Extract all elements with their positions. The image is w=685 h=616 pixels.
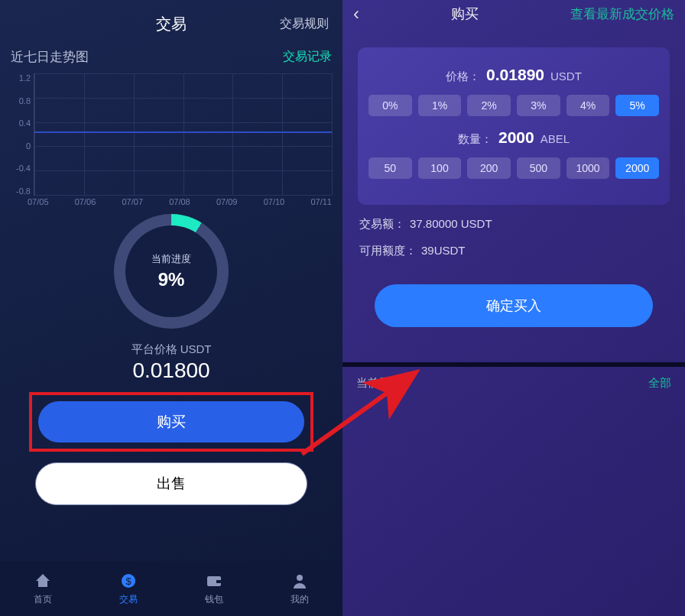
price-value: 0.01890	[486, 66, 544, 84]
qty-200[interactable]: 200	[467, 157, 511, 179]
pct-1[interactable]: 1%	[418, 95, 462, 116]
sell-button[interactable]: 出售	[35, 462, 307, 505]
orders-all-link[interactable]: 全部	[648, 376, 671, 391]
header: ‹ 购买 查看最新成交价格	[342, 0, 685, 31]
back-icon[interactable]: ‹	[353, 3, 359, 24]
nav-wallet[interactable]: 钱包	[204, 571, 224, 606]
progress-donut: 当前进度 9%	[114, 214, 229, 329]
progress-value: 9%	[151, 269, 191, 290]
trend-chart: 1.2 0.8 0.4 0 -0.4 -0.8 07/05 07/06	[11, 73, 332, 203]
price-unit: USDT	[550, 70, 582, 83]
orders-title: 当前委托	[356, 376, 402, 391]
orders-header: 当前委托 全部	[342, 367, 685, 400]
pct-2[interactable]: 2%	[467, 95, 511, 116]
qty-label: 数量：	[458, 132, 492, 147]
bottom-nav: 首页 $ 交易 钱包 我的	[0, 561, 342, 616]
price-row: 价格： 0.01890 USDT	[368, 66, 659, 84]
page-title: 购买	[451, 5, 479, 23]
chart-title: 近七日走势图	[11, 48, 89, 66]
qty-50[interactable]: 50	[368, 157, 412, 179]
qty-row: 数量： 2000 ABEL	[368, 128, 659, 147]
pct-4[interactable]: 4%	[567, 95, 610, 116]
qty-options: 50 100 200 500 1000 2000	[368, 157, 659, 179]
qty-value: 2000	[498, 128, 534, 147]
profile-icon	[290, 571, 310, 591]
qty-1000[interactable]: 1000	[567, 157, 610, 179]
trading-screen: 交易 交易规则 近七日走势图 交易记录 1.2 0.8 0.4 0 -0.4 -…	[0, 0, 342, 616]
pct-5[interactable]: 5%	[615, 95, 659, 116]
buy-button[interactable]: 购买	[38, 401, 304, 443]
price-section: 平台价格 USDT 0.01800	[0, 342, 342, 383]
nav-home[interactable]: 首页	[33, 571, 53, 606]
progress-donut-wrap: 当前进度 9%	[0, 214, 342, 329]
wallet-icon	[204, 571, 224, 591]
svg-point-4	[297, 575, 303, 581]
buy-screen: ‹ 购买 查看最新成交价格 价格： 0.01890 USDT 0% 1% 2% …	[342, 0, 685, 616]
qty-2000[interactable]: 2000	[615, 157, 659, 179]
percent-options: 0% 1% 2% 3% 4% 5%	[368, 95, 659, 116]
svg-rect-3	[216, 580, 221, 583]
price-label: 平台价格 USDT	[0, 342, 342, 357]
record-link[interactable]: 交易记录	[283, 49, 332, 65]
nav-profile[interactable]: 我的	[290, 571, 310, 606]
sub-header: 近七日走势图 交易记录	[0, 41, 342, 70]
buy-panel: 价格： 0.01890 USDT 0% 1% 2% 3% 4% 5% 数量： 2…	[358, 47, 670, 205]
page-title: 交易	[156, 14, 187, 34]
nav-trade[interactable]: $ 交易	[118, 571, 138, 606]
qty-500[interactable]: 500	[517, 157, 560, 179]
pct-3[interactable]: 3%	[517, 95, 560, 116]
svg-text:$: $	[125, 575, 131, 587]
x-axis-ticks: 07/05 07/06 07/07 07/08 07/09 07/10 07/1…	[28, 197, 332, 206]
rules-link[interactable]: 交易规则	[280, 16, 329, 32]
buy-highlight: 购买	[29, 392, 313, 452]
pct-0[interactable]: 0%	[368, 95, 412, 116]
chart-plot	[34, 73, 332, 196]
price-value: 0.01800	[0, 358, 342, 383]
available-line: 可用额度： 39USDT	[359, 244, 668, 258]
price-label: 价格：	[446, 70, 480, 84]
home-icon	[33, 571, 53, 591]
qty-100[interactable]: 100	[418, 157, 462, 179]
y-axis-ticks: 1.2 0.8 0.4 0 -0.4 -0.8	[11, 73, 31, 196]
amount-line: 交易额： 37.80000 USDT	[359, 217, 668, 232]
confirm-buy-button[interactable]: 确定买入	[375, 284, 653, 327]
trade-icon: $	[118, 571, 138, 591]
latest-price-link[interactable]: 查看最新成交价格	[570, 5, 674, 23]
progress-label: 当前进度	[151, 252, 191, 266]
qty-unit: ABEL	[541, 132, 570, 145]
header: 交易 交易规则	[0, 0, 342, 41]
